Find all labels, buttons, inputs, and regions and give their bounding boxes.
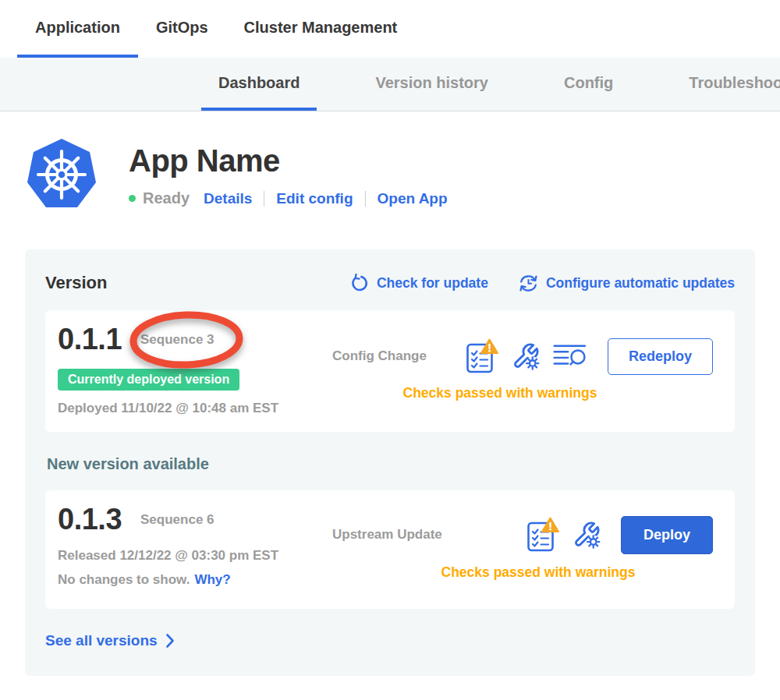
current-version-sequence: Sequence 3 [140, 332, 214, 348]
version-panel: Version Check for update Configure autom… [25, 249, 755, 676]
app-header-text: App Name Ready Details Edit config Open … [129, 137, 448, 212]
current-version-info: 0.1.1 Sequence 3 Currently deployed vers… [58, 323, 332, 416]
no-changes-row: No changes to show.Why? [58, 572, 332, 588]
tab-cluster-management[interactable]: Cluster Management [226, 0, 416, 58]
scheduled-update-icon [518, 274, 539, 293]
ready-status-dot-icon [129, 195, 136, 202]
edit-config-link[interactable]: Edit config [276, 190, 353, 207]
available-checks-status: Checks passed with warnings [332, 564, 713, 581]
current-version-number: 0.1.1 [58, 323, 122, 356]
configure-automatic-updates-link[interactable]: Configure automatic updates [518, 274, 735, 293]
page-title: App Name [129, 143, 448, 179]
why-link[interactable]: Why? [194, 572, 230, 587]
tab-config[interactable]: Config [547, 58, 630, 111]
current-checks-status: Checks passed with warnings [332, 385, 713, 401]
current-version-actions: Config Change [332, 323, 713, 416]
kubernetes-logo-icon [27, 137, 96, 212]
tab-gitops[interactable]: GitOps [138, 0, 226, 58]
available-version-sequence: Sequence 6 [140, 512, 214, 528]
app-header: App Name Ready Details Edit config Open … [27, 137, 780, 212]
redeploy-button[interactable]: Redeploy [608, 338, 713, 375]
divider [365, 191, 366, 207]
sub-nav: Dashboard Version history Config Trouble… [0, 58, 780, 111]
current-change-type: Config Change [332, 348, 427, 364]
deploy-button[interactable]: Deploy [621, 516, 713, 554]
current-version-card: 0.1.1 Sequence 3 Currently deployed vers… [45, 310, 735, 432]
config-wrench-gear-icon[interactable] [573, 521, 601, 549]
currently-deployed-badge: Currently deployed version [58, 369, 239, 391]
refresh-icon [350, 274, 370, 293]
tab-application[interactable]: Application [17, 0, 138, 58]
deployed-timestamp: Deployed 11/10/22 @ 10:48 am EST [58, 401, 332, 416]
new-version-heading: New version available [47, 455, 735, 473]
see-all-versions-link[interactable]: See all versions [45, 632, 175, 649]
version-panel-actions: Check for update Configure automatic upd… [350, 274, 735, 293]
tab-version-history[interactable]: Version history [358, 58, 505, 111]
preflight-checklist-warning-icon[interactable] [466, 338, 498, 374]
chevron-right-icon [165, 634, 175, 648]
status-badge: Ready [143, 189, 190, 207]
available-change-type: Upstream Update [332, 527, 442, 543]
config-wrench-gear-icon[interactable] [512, 342, 540, 370]
view-diff-icon[interactable] [553, 343, 587, 369]
no-changes-text: No changes to show. [58, 572, 190, 587]
tab-dashboard[interactable]: Dashboard [201, 58, 317, 111]
divider [264, 191, 264, 207]
tab-troubleshoot[interactable]: Troubleshoot [672, 58, 780, 111]
open-app-link[interactable]: Open App [378, 190, 448, 207]
available-version-card: 0.1.3 Sequence 6 Released 12/12/22 @ 03:… [45, 490, 735, 609]
top-nav: Application GitOps Cluster Management [0, 0, 780, 58]
released-timestamp: Released 12/12/22 @ 03:30 pm EST [58, 548, 332, 564]
available-version-icon-actions [526, 517, 601, 553]
version-section-title: Version [45, 273, 107, 293]
available-version-actions: Upstream Update [332, 503, 713, 593]
check-for-update-link[interactable]: Check for update [350, 274, 488, 293]
available-version-info: 0.1.3 Sequence 6 Released 12/12/22 @ 03:… [58, 503, 332, 593]
version-panel-header: Version Check for update Configure autom… [45, 273, 735, 293]
check-for-update-label: Check for update [377, 275, 488, 292]
app-status-row: Ready Details Edit config Open App [129, 189, 448, 207]
preflight-checklist-warning-icon[interactable] [526, 517, 559, 553]
see-all-versions-label: See all versions [45, 632, 158, 649]
configure-automatic-updates-label: Configure automatic updates [546, 275, 735, 292]
details-link[interactable]: Details [204, 190, 252, 207]
available-version-number: 0.1.3 [58, 503, 122, 536]
current-version-icon-actions [466, 338, 587, 374]
